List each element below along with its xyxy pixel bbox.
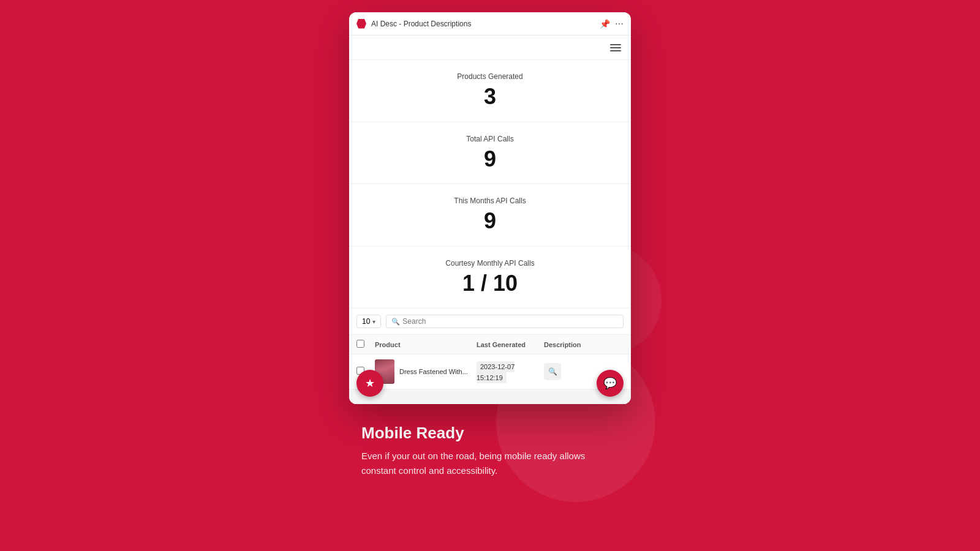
view-description-button[interactable]: 🔍 — [544, 363, 561, 380]
product-cell: Dress Fastened With... — [375, 359, 477, 384]
stat-value-courtesy-calls: 1 / 10 — [359, 271, 621, 296]
stat-card-total-api-calls: Total API Calls 9 — [349, 122, 631, 184]
pin-icon[interactable]: 📌 — [600, 19, 610, 29]
app-navbar — [349, 36, 631, 60]
bottom-text-section: Mobile Ready Even if your out on the roa… — [349, 404, 631, 478]
fab-favorites-button[interactable]: ★ — [356, 370, 383, 397]
stat-card-products-generated: Products Generated 3 — [349, 60, 631, 121]
search-icon: 🔍 — [391, 318, 400, 326]
chevron-down-icon: ▾ — [372, 318, 375, 325]
search-box: 🔍 — [386, 315, 624, 328]
product-name: Dress Fastened With... — [394, 367, 468, 376]
last-generated-cell: 2023-12-07 15:12:19 — [477, 361, 544, 383]
browser-actions: 📌 ⋯ — [600, 19, 624, 29]
select-all-checkbox[interactable] — [356, 340, 364, 348]
description-cell: 🔍 — [544, 363, 605, 380]
stat-label-products-generated: Products Generated — [359, 72, 621, 81]
stat-card-this-months-calls: This Months API Calls 9 — [349, 184, 631, 246]
page-wrapper: AI Desc - Product Descriptions 📌 ⋯ Produ… — [349, 12, 631, 539]
stat-label-total-api-calls: Total API Calls — [359, 135, 621, 143]
stat-value-this-months-calls: 9 — [359, 209, 621, 233]
table-row: Dress Fastened With... 2023-12-07 15:12:… — [349, 354, 631, 389]
bottom-title: Mobile Ready — [361, 424, 619, 443]
browser-titlebar: AI Desc - Product Descriptions 📌 ⋯ — [349, 12, 631, 36]
per-page-select[interactable]: 10 ▾ — [356, 315, 381, 328]
more-options-icon[interactable]: ⋯ — [615, 19, 624, 29]
table-header-description: Description — [544, 341, 605, 348]
stat-label-courtesy-calls: Courtesy Monthly API Calls — [359, 259, 621, 268]
table-section: 10 ▾ 🔍 Product Last Generated Descri — [349, 309, 631, 389]
per-page-value: 10 — [362, 317, 370, 326]
chat-icon: 💬 — [603, 377, 617, 390]
fab-chat-button[interactable]: 💬 — [597, 370, 624, 397]
table-header: Product Last Generated Description — [349, 335, 631, 354]
hamburger-menu-icon[interactable] — [610, 44, 621, 51]
stat-value-products-generated: 3 — [359, 84, 621, 109]
browser-window: AI Desc - Product Descriptions 📌 ⋯ Produ… — [349, 12, 631, 404]
stat-label-this-months-calls: This Months API Calls — [359, 197, 621, 205]
stat-value-total-api-calls: 9 — [359, 147, 621, 171]
bottom-description: Even if your out on the road, being mobi… — [361, 449, 619, 478]
last-generated-value: 2023-12-07 15:12:19 — [477, 361, 514, 383]
table-header-product: Product — [375, 341, 477, 348]
table-header-last-generated: Last Generated — [477, 341, 544, 348]
table-header-checkbox — [356, 340, 375, 349]
app-content[interactable]: Products Generated 3 Total API Calls 9 T… — [349, 60, 631, 404]
search-input[interactable] — [402, 317, 618, 326]
app-logo-icon — [356, 19, 366, 29]
star-icon: ★ — [365, 377, 375, 390]
browser-title: AI Desc - Product Descriptions — [371, 20, 600, 28]
table-toolbar: 10 ▾ 🔍 — [349, 309, 631, 335]
stat-card-courtesy-calls: Courtesy Monthly API Calls 1 / 10 — [349, 247, 631, 308]
